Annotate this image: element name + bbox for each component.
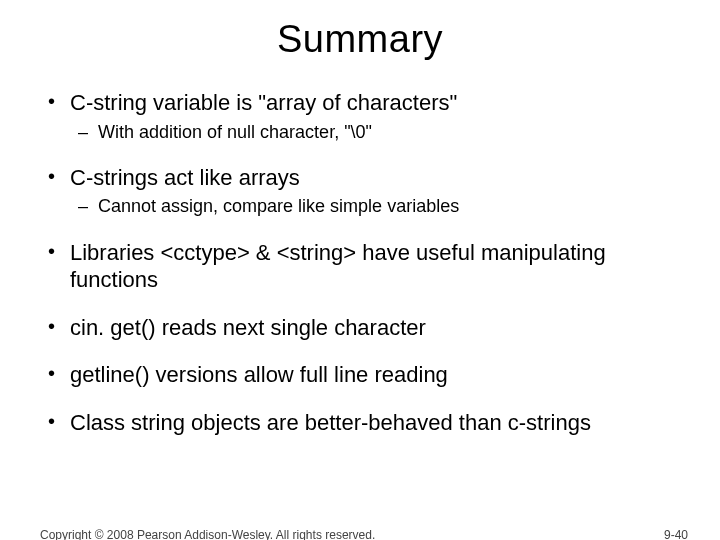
footer-page-number: 9-40: [664, 528, 688, 540]
bullet-text: Libraries <cctype> & <string> have usefu…: [70, 240, 606, 293]
bullet-text: Class string objects are better-behaved …: [70, 410, 591, 435]
sub-bullet-item: With addition of null character, "\0": [70, 121, 680, 144]
sub-bullet-text: Cannot assign, compare like simple varia…: [98, 196, 459, 216]
slide: Summary C-string variable is "array of c…: [0, 18, 720, 540]
slide-title: Summary: [0, 18, 720, 61]
bullet-item: Libraries <cctype> & <string> have usefu…: [40, 239, 680, 294]
bullet-item: Class string objects are better-behaved …: [40, 409, 680, 437]
bullet-text: getline() versions allow full line readi…: [70, 362, 448, 387]
footer-copyright: Copyright © 2008 Pearson Addison-Wesley.…: [40, 528, 375, 540]
bullet-item: cin. get() reads next single character: [40, 314, 680, 342]
bullet-item: getline() versions allow full line readi…: [40, 361, 680, 389]
sub-bullet-item: Cannot assign, compare like simple varia…: [70, 195, 680, 218]
bullet-text: cin. get() reads next single character: [70, 315, 426, 340]
sub-bullet-list: Cannot assign, compare like simple varia…: [70, 195, 680, 218]
bullet-item: C-strings act like arrays Cannot assign,…: [40, 164, 680, 219]
bullet-item: C-string variable is "array of character…: [40, 89, 680, 144]
slide-content: C-string variable is "array of character…: [0, 89, 720, 436]
bullet-text: C-strings act like arrays: [70, 165, 300, 190]
sub-bullet-list: With addition of null character, "\0": [70, 121, 680, 144]
bullet-text: C-string variable is "array of character…: [70, 90, 457, 115]
sub-bullet-text: With addition of null character, "\0": [98, 122, 372, 142]
bullet-list: C-string variable is "array of character…: [40, 89, 680, 436]
